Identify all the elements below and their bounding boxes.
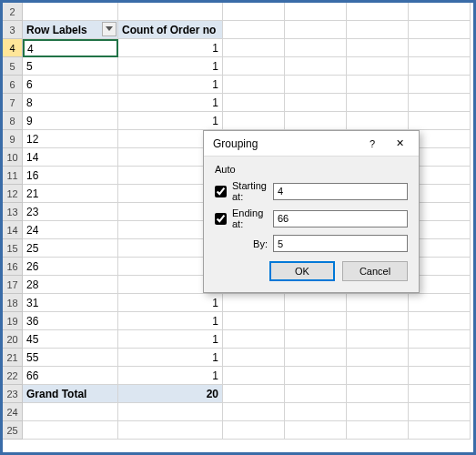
empty-cell[interactable] (285, 39, 347, 57)
empty-cell[interactable] (223, 294, 285, 312)
row-header[interactable]: 20 (3, 330, 23, 349)
grand-total-value[interactable]: 20 (118, 385, 223, 403)
empty-cell[interactable] (347, 94, 409, 112)
row-header[interactable]: 8 (3, 112, 23, 130)
row-header[interactable]: 24 (3, 403, 23, 421)
empty-cell[interactable] (285, 112, 347, 130)
count-cell[interactable]: 1 (118, 349, 223, 367)
empty-cell[interactable] (347, 57, 409, 76)
grand-total-label[interactable]: Grand Total (23, 385, 118, 403)
empty-cell[interactable] (223, 57, 285, 76)
row-header[interactable]: 7 (3, 94, 23, 112)
row-header[interactable]: 6 (3, 76, 23, 94)
starting-at-input[interactable] (273, 183, 408, 200)
row-header[interactable]: 14 (3, 221, 23, 239)
count-cell[interactable] (118, 3, 223, 21)
filter-dropdown-icon[interactable] (102, 22, 116, 36)
cancel-button[interactable]: Cancel (342, 261, 408, 281)
row-label-cell[interactable]: 31 (23, 294, 118, 312)
empty-cell[interactable] (347, 421, 409, 440)
empty-cell[interactable] (347, 330, 409, 349)
empty-cell[interactable] (285, 57, 347, 76)
count-cell[interactable]: 1 (118, 94, 223, 112)
empty-cell[interactable] (223, 39, 285, 57)
empty-cell[interactable] (347, 112, 409, 130)
empty-cell[interactable] (223, 94, 285, 112)
row-header[interactable]: 13 (3, 203, 23, 221)
empty-cell[interactable] (285, 294, 347, 312)
count-cell[interactable]: 1 (118, 330, 223, 349)
row-header[interactable]: 25 (3, 421, 23, 440)
help-button[interactable]: ? (359, 134, 386, 154)
empty-cell[interactable] (409, 112, 471, 130)
count-cell[interactable]: 1 (118, 294, 223, 312)
empty-cell[interactable] (223, 349, 285, 367)
count-cell[interactable]: 1 (118, 39, 223, 57)
empty-cell[interactable] (347, 294, 409, 312)
row-header[interactable]: 15 (3, 239, 23, 258)
empty-cell[interactable] (409, 3, 471, 21)
row-label-cell[interactable]: 5 (23, 57, 118, 76)
row-header[interactable]: 23 (3, 385, 23, 403)
row-header[interactable]: 5 (3, 57, 23, 76)
empty-cell[interactable] (409, 39, 471, 57)
count-cell[interactable]: 1 (118, 367, 223, 385)
count-cell[interactable]: 1 (118, 76, 223, 94)
row-label-cell[interactable]: 8 (23, 94, 118, 112)
row-header[interactable]: 3 (3, 21, 23, 39)
empty-cell[interactable] (409, 403, 471, 421)
row-header[interactable]: 4 (3, 39, 23, 57)
row-label-cell[interactable]: 21 (23, 185, 118, 203)
empty-cell[interactable] (285, 421, 347, 440)
empty-cell[interactable] (223, 112, 285, 130)
empty-cell[interactable] (409, 94, 471, 112)
row-label-cell[interactable]: 45 (23, 330, 118, 349)
empty-cell[interactable] (409, 312, 471, 330)
empty-cell[interactable] (285, 349, 347, 367)
empty-cell[interactable] (409, 57, 471, 76)
row-label-cell[interactable]: 16 (23, 167, 118, 185)
empty-cell[interactable] (409, 349, 471, 367)
row-header[interactable]: 2 (3, 3, 23, 21)
pivot-header-row-labels[interactable]: Row Labels (23, 21, 118, 39)
row-label-cell[interactable]: 12 (23, 130, 118, 148)
row-label-cell[interactable]: 9 (23, 112, 118, 130)
row-header[interactable]: 16 (3, 258, 23, 276)
pivot-header-count[interactable]: Count of Order no (118, 21, 223, 39)
row-header[interactable]: 11 (3, 167, 23, 185)
empty-cell[interactable] (285, 94, 347, 112)
empty-cell[interactable] (285, 385, 347, 403)
row-header[interactable]: 19 (3, 312, 23, 330)
empty-cell[interactable] (285, 330, 347, 349)
empty-cell[interactable] (409, 294, 471, 312)
empty-cell[interactable] (285, 403, 347, 421)
empty-cell[interactable] (223, 385, 285, 403)
starting-at-checkbox[interactable] (215, 186, 227, 197)
row-label-cell[interactable]: 14 (23, 148, 118, 167)
row-header[interactable]: 18 (3, 294, 23, 312)
empty-cell[interactable] (409, 367, 471, 385)
ending-at-checkbox[interactable] (215, 213, 227, 225)
row-label-cell[interactable]: 55 (23, 349, 118, 367)
empty-cell[interactable] (223, 312, 285, 330)
empty-cell[interactable] (347, 312, 409, 330)
count-cell[interactable]: 1 (118, 57, 223, 76)
empty-cell[interactable] (285, 367, 347, 385)
row-header[interactable]: 21 (3, 349, 23, 367)
empty-cell[interactable] (347, 385, 409, 403)
empty-cell[interactable] (409, 385, 471, 403)
empty-cell[interactable] (285, 21, 347, 39)
count-cell[interactable] (118, 403, 223, 421)
empty-cell[interactable] (409, 76, 471, 94)
empty-cell[interactable] (285, 3, 347, 21)
ok-button[interactable]: OK (269, 261, 335, 281)
empty-cell[interactable] (347, 3, 409, 21)
row-header[interactable]: 10 (3, 148, 23, 167)
row-header[interactable]: 17 (3, 276, 23, 294)
row-label-cell[interactable]: 6 (23, 76, 118, 94)
row-label-cell[interactable]: 4 (23, 39, 118, 57)
empty-cell[interactable] (285, 312, 347, 330)
empty-cell[interactable] (347, 349, 409, 367)
empty-cell[interactable] (347, 39, 409, 57)
row-label-cell[interactable]: 28 (23, 276, 118, 294)
